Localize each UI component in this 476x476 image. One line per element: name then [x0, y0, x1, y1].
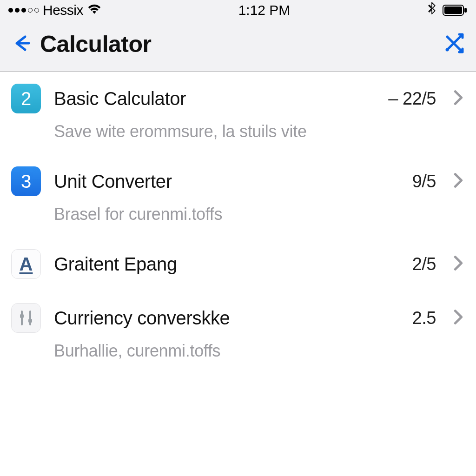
- item-value: 2.5: [412, 308, 436, 328]
- wifi-icon: [87, 3, 102, 18]
- list-item-basic-calculator[interactable]: 2 Basic Calculator – 22/5: [0, 72, 476, 118]
- list-item-currency-conversion[interactable]: Curriency converskke 2.5: [0, 291, 476, 337]
- chevron-right-icon: [454, 90, 463, 107]
- bluetooth-icon: [427, 2, 437, 19]
- list-item-unit-converter[interactable]: 3 Unit Converter 9/5: [0, 154, 476, 201]
- icon-char: 3: [21, 171, 31, 192]
- item-subtitle: Burhallie, curenmi.toffs: [0, 337, 476, 374]
- item-title: Unit Converter: [54, 171, 399, 192]
- item-title: Curriency converskke: [54, 308, 399, 329]
- status-left: Hessix: [8, 2, 102, 18]
- item-subtitle: Save wite erommsure, la stuils vite: [0, 118, 476, 154]
- chevron-right-icon: [454, 255, 463, 273]
- svg-point-3: [446, 48, 449, 51]
- letter-a-icon: A: [11, 249, 41, 279]
- sliders-icon: [11, 303, 41, 333]
- back-button[interactable]: [11, 33, 32, 55]
- item-title: Graitent Epang: [54, 254, 399, 275]
- number-3-icon: 3: [11, 166, 41, 196]
- clock: 1:12 PM: [238, 2, 291, 18]
- svg-rect-6: [20, 314, 24, 318]
- calculator-list: 2 Basic Calculator – 22/5 Save wite erom…: [0, 72, 476, 374]
- list-item-graitent-epang[interactable]: A Graitent Epang 2/5: [0, 237, 476, 291]
- item-title: Basic Calculator: [54, 88, 375, 109]
- svg-rect-2: [464, 8, 467, 13]
- icon-char: 2: [21, 88, 31, 109]
- item-value: 2/5: [412, 254, 436, 274]
- item-value: 9/5: [412, 172, 436, 192]
- number-2-icon: 2: [11, 84, 41, 113]
- page-title: Calculator: [40, 31, 152, 58]
- navigation-bar: Calculator: [0, 20, 476, 72]
- item-value: – 22/5: [388, 89, 436, 109]
- battery-icon: [443, 4, 468, 16]
- carrier-label: Hessix: [43, 2, 83, 18]
- chevron-right-icon: [454, 309, 463, 327]
- signal-strength-icon: [8, 8, 39, 13]
- item-subtitle: Brasel for curenmi.toffs: [0, 201, 476, 237]
- svg-rect-7: [28, 319, 32, 323]
- chevron-right-icon: [454, 172, 463, 190]
- svg-rect-1: [444, 7, 462, 14]
- status-right: [427, 2, 468, 19]
- icon-char: A: [20, 254, 33, 275]
- status-bar: Hessix 1:12 PM: [0, 0, 476, 20]
- share-button[interactable]: [443, 32, 465, 56]
